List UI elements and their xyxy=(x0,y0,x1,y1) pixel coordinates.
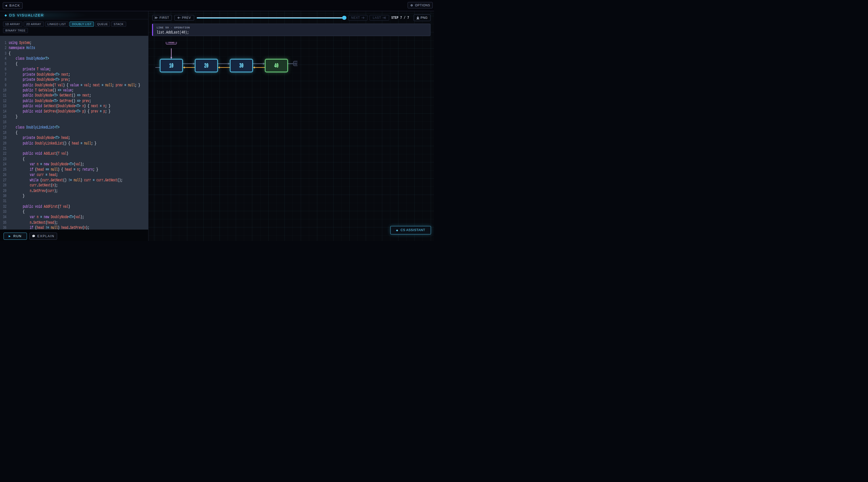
svg-text:head: head xyxy=(168,42,174,44)
svg-text:null: null xyxy=(294,62,298,65)
svg-text:20: 20 xyxy=(204,62,208,69)
svg-text:40: 40 xyxy=(274,62,278,69)
svg-text:10: 10 xyxy=(169,62,173,69)
svg-text:30: 30 xyxy=(239,62,243,69)
